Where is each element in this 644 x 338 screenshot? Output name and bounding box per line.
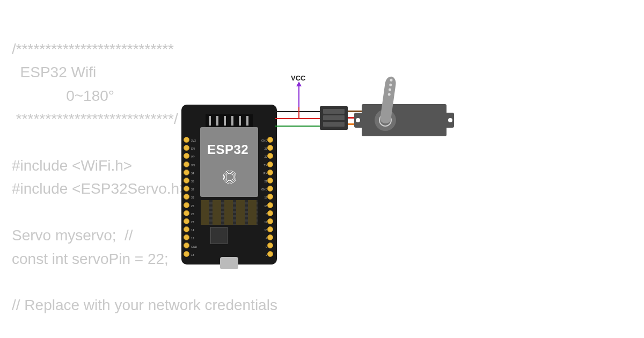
mount-hole-icon: [356, 118, 360, 122]
pin-label: 5: [261, 210, 267, 218]
gpio-pin: [267, 202, 273, 208]
wiring-diagram: VCC ESP32 3V3ENVPVN343532332526271412GND…: [181, 75, 503, 290]
gpio-pin: [184, 153, 189, 159]
gpio-pin: [184, 170, 189, 175]
vcc-arrow-icon: [298, 83, 299, 108]
code-line: #include <WiFi.h>: [12, 157, 132, 174]
pin-label: GND: [261, 137, 267, 145]
wire-signal: [275, 126, 323, 127]
pin-label: 19: [261, 194, 267, 202]
pin-label: 35: [191, 178, 197, 186]
gpio-pin: [267, 234, 273, 240]
pin-label: RX: [261, 170, 267, 178]
gpio-pin: [184, 243, 189, 248]
pin-label: 21: [261, 178, 267, 186]
code-line: #include <ESP32Servo.h>: [12, 180, 188, 197]
pin-label: 27: [191, 218, 197, 226]
gpio-pin: [184, 210, 189, 216]
pin-label: 13: [191, 251, 197, 259]
gpio-pin: [184, 251, 189, 257]
pin-label: 18: [261, 202, 267, 210]
gpio-pin: [184, 161, 189, 167]
pin-label: 4: [261, 234, 267, 243]
gpio-pin: [267, 243, 273, 248]
gpio-pin: [184, 186, 189, 192]
wire-vcc-branch: [298, 107, 299, 118]
gpio-pin: [267, 226, 273, 232]
servo-mount-tab: [447, 113, 454, 128]
esp32-chip: [200, 127, 258, 197]
gpio-pin: [184, 178, 189, 183]
pin-label: 23: [261, 145, 267, 153]
esp32-board: ESP32 3V3ENVPVN343532332526271412GND13 G…: [181, 105, 277, 264]
gpio-pin: [184, 137, 189, 143]
horn-hole-icon: [389, 83, 392, 86]
servo-mount-tab: [354, 113, 362, 128]
pin-label: 2: [261, 251, 267, 259]
gpio-pins-right: [267, 137, 275, 259]
gpio-pin: [267, 170, 273, 175]
pin-label: GND: [261, 186, 267, 194]
pin-label: 0: [261, 243, 267, 251]
gpio-pins-left: [184, 137, 191, 259]
connector-pin: [323, 122, 345, 127]
usb-chip-icon: [210, 227, 228, 244]
gpio-pin: [267, 186, 273, 192]
horn-hole-icon: [387, 93, 391, 96]
pin-label: 16: [261, 226, 267, 234]
code-line: const int servoPin = 22;: [12, 251, 169, 267]
pin-label: TX: [261, 161, 267, 170]
gpio-pin: [184, 234, 189, 240]
code-line: /***************************: [12, 41, 174, 57]
pin-label: 25: [191, 202, 197, 210]
gpio-pin: [184, 194, 189, 200]
gpio-pin: [267, 153, 273, 159]
gpio-pin: [267, 251, 273, 257]
pin-labels-right: GND2322TXRX21GND191851716402: [261, 137, 267, 259]
pin-label: VP: [191, 153, 197, 161]
vcc-label: VCC: [291, 74, 305, 82]
mount-hole-icon: [448, 118, 452, 122]
espressif-logo-icon: [222, 169, 238, 185]
gpio-pin: [267, 145, 273, 151]
gpio-pin: [267, 161, 273, 167]
code-line: ESP32 Wifi: [12, 64, 96, 80]
gpio-pin: [267, 218, 273, 224]
code-line: Servo myservo; //: [12, 227, 133, 244]
pin-label: 12: [191, 234, 197, 243]
horn-hole-icon: [388, 88, 391, 91]
gpio-pin: [184, 202, 189, 208]
pin-label: EN: [191, 145, 197, 153]
pin-labels-left: 3V3ENVPVN343532332526271412GND13: [191, 137, 197, 259]
pin-label: 34: [191, 170, 197, 178]
connector-pin: [323, 115, 345, 120]
pin-label: VN: [191, 161, 197, 170]
connector-pin: [323, 109, 345, 114]
pin-label: GND: [191, 243, 197, 251]
gpio-pin: [267, 210, 273, 216]
servo-connector: [320, 106, 348, 130]
gpio-pin: [184, 226, 189, 232]
pin-label: 14: [191, 226, 197, 234]
smd-components-icon: [201, 200, 258, 225]
pin-label: 17: [261, 218, 267, 226]
code-line: // Replace with your network credentials: [12, 297, 277, 313]
usb-port-icon: [220, 257, 238, 269]
gpio-pin: [184, 218, 189, 224]
gpio-pin: [267, 137, 273, 143]
code-line: ***************************/: [12, 111, 178, 127]
pin-label: 33: [191, 194, 197, 202]
board-label: ESP32: [207, 142, 248, 157]
pin-label: 22: [261, 153, 267, 161]
servo-wire-gnd: [346, 111, 363, 112]
wire-vcc: [275, 118, 302, 119]
pin-label: 3V3: [191, 137, 197, 145]
pin-label: 32: [191, 186, 197, 194]
gpio-pin: [267, 178, 273, 183]
horn-hole-icon: [390, 78, 393, 82]
gpio-pin: [184, 145, 189, 151]
code-line: 0~180°: [12, 87, 114, 104]
gpio-pin: [267, 194, 273, 200]
pin-label: 26: [191, 210, 197, 218]
